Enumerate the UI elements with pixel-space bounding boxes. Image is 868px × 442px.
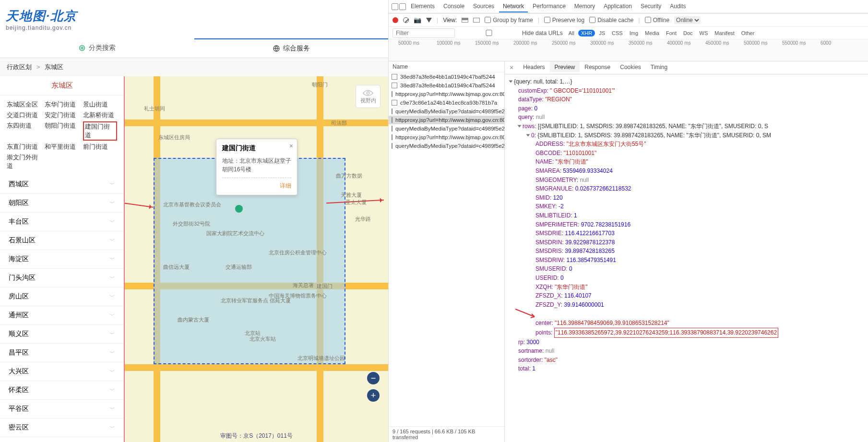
camera-icon[interactable]: 📷 (414, 16, 421, 24)
preserve-log-label: Preserve log (552, 17, 584, 24)
chevron-down-icon: ﹀ (109, 180, 115, 189)
filter-pill-manifest[interactable]: Manifest (712, 30, 737, 36)
request-row[interactable]: queryMediaByMediaType?dataid=c4989f5e2fe… (389, 142, 504, 150)
devtools-tab-sources[interactable]: Sources (469, 1, 498, 12)
filter-pill-css[interactable]: CSS (609, 30, 626, 36)
request-row[interactable]: c9e73c86e1a24b14b1ec8ca93b781b7a (389, 98, 504, 107)
request-row[interactable]: 38ed87a3fe8e4bb1a01949c47baf5244 (389, 81, 504, 90)
filter-pill-img[interactable]: Img (627, 30, 641, 36)
name-column-header[interactable]: Name (389, 61, 504, 72)
map-canvas[interactable]: × 建国门街道 地址：北京市东城区赵堂子胡同16号楼 详细 视野内 − + 审图… (125, 76, 388, 442)
preview-tab-cookies[interactable]: Cookies (615, 61, 645, 74)
district-item[interactable]: 昌平区﹀ (0, 344, 124, 362)
clear-icon[interactable] (403, 17, 409, 23)
street-item[interactable]: 景山街道 (83, 100, 117, 109)
map-marker[interactable] (235, 205, 243, 213)
throttle-select[interactable]: Online (674, 16, 701, 24)
district-item[interactable]: 房山区﹀ (0, 287, 124, 306)
waterfall-overview[interactable]: 50000 ms100000 ms150000 ms200000 ms25000… (389, 39, 868, 61)
logo-title: 天地图·北京 (6, 8, 77, 24)
hide-data-urls-checkbox[interactable] (458, 30, 520, 36)
street-item[interactable]: 交道口街道 (7, 111, 41, 119)
street-item[interactable]: 朝阳门街道 (45, 121, 79, 141)
filter-pill-all[interactable]: All (566, 30, 577, 36)
inspect-icon[interactable] (392, 3, 398, 10)
filter-pill-xhr[interactable]: XHR (578, 30, 595, 36)
chevron-down-icon: ﹀ (109, 199, 115, 207)
devtools-tab-audits[interactable]: Audits (666, 1, 690, 12)
filter-pill-font[interactable]: Font (663, 30, 679, 36)
street-item[interactable]: 和平里街道 (45, 143, 79, 151)
preview-tab-timing[interactable]: Timing (646, 61, 673, 74)
tab-search[interactable]: 分类搜索 (0, 38, 194, 58)
devtools-tab-console[interactable]: Console (440, 1, 468, 12)
request-row[interactable]: queryMediaByMediaType?dataid=c4989f5e2fe… (389, 107, 504, 116)
devtools-tab-memory[interactable]: Memory (571, 1, 599, 12)
request-row[interactable]: httpproxy.jsp?url=http://www.bjmap.gov.c… (389, 133, 504, 142)
disable-cache-checkbox[interactable] (589, 17, 595, 23)
district-item[interactable]: 怀柔区﹀ (0, 381, 124, 400)
street-item[interactable]: 建国门街道 (83, 121, 117, 141)
addr-label: 地址： (222, 157, 239, 164)
offline-checkbox[interactable] (645, 17, 651, 23)
street-item[interactable]: 崇文门外街道 (7, 153, 41, 170)
filter-input[interactable] (392, 28, 455, 38)
devtools-tab-application[interactable]: Application (600, 1, 636, 12)
filter-pill-other[interactable]: Other (738, 30, 758, 36)
map-poi-label: 国家大剧院艺术交流中心 (206, 230, 264, 237)
streetview-toggle[interactable]: 视野内 (356, 85, 380, 108)
preview-tab-preview[interactable]: Preview (550, 61, 580, 74)
district-item[interactable]: 密云区﹀ (0, 418, 124, 437)
devtools-tab-network[interactable]: Network (499, 1, 528, 12)
district-item[interactable]: 朝阳区﹀ (0, 194, 124, 213)
district-item[interactable]: 顺义区﹀ (0, 325, 124, 344)
preview-json[interactable]: {query: null, total: 1,…}customExp: " GB… (505, 74, 868, 442)
device-icon[interactable] (399, 3, 406, 10)
street-item[interactable]: 东华门街道 (45, 100, 79, 109)
devtools-tab-security[interactable]: Security (637, 1, 665, 12)
tab-search-label: 分类搜索 (89, 44, 116, 52)
close-icon[interactable]: × (289, 142, 293, 150)
breadcrumb-root[interactable]: 行政区划 (7, 63, 32, 71)
large-rows-icon[interactable] (462, 18, 468, 23)
filter-pill-media[interactable]: Media (642, 30, 662, 36)
map-poi-label: 北京明城墙遗址公园 (297, 355, 345, 362)
district-item[interactable]: 丰台区﹀ (0, 213, 124, 231)
overview-icon[interactable] (473, 18, 480, 23)
zoom-in-button[interactable]: + (367, 389, 380, 402)
file-icon (392, 134, 392, 140)
zoom-out-button[interactable]: − (367, 372, 380, 384)
filter-pill-js[interactable]: JS (596, 30, 608, 36)
district-item[interactable]: 石景山区﹀ (0, 231, 124, 250)
close-preview-icon[interactable]: × (505, 62, 518, 73)
district-item[interactable]: 大兴区﹀ (0, 362, 124, 381)
devtools-tab-elements[interactable]: Elements (407, 1, 439, 12)
detail-link[interactable]: 详细 (280, 182, 291, 189)
devtools-tab-performance[interactable]: Performance (529, 1, 570, 12)
district-item[interactable]: 西城区﹀ (0, 175, 124, 194)
district-item[interactable]: 门头沟区﹀ (0, 269, 124, 287)
tab-services[interactable]: 综合服务 (194, 38, 389, 58)
filter-pill-doc[interactable]: Doc (680, 30, 696, 36)
breadcrumb-current[interactable]: 东城区 (45, 63, 63, 71)
record-icon[interactable] (392, 17, 398, 23)
group-by-frame-checkbox[interactable] (485, 17, 491, 23)
preview-tab-headers[interactable]: Headers (518, 61, 549, 74)
street-item[interactable]: 前门街道 (83, 143, 117, 151)
district-item[interactable]: 海淀区﹀ (0, 250, 124, 269)
street-item[interactable]: 安定门街道 (45, 111, 79, 119)
filter-icon[interactable] (426, 18, 432, 23)
street-item[interactable]: 东城区全区 (7, 100, 41, 109)
request-row[interactable]: httpproxy.jsp?url=http://www.bjmap.gov.c… (389, 116, 504, 124)
street-item[interactable]: 东直门街道 (7, 143, 41, 151)
preview-tab-response[interactable]: Response (580, 61, 615, 74)
district-item[interactable]: 通州区﹀ (0, 306, 124, 325)
street-item[interactable]: 东四街道 (7, 121, 41, 141)
filter-pill-ws[interactable]: WS (697, 30, 711, 36)
request-row[interactable]: httpproxy.jsp?url=http://www.bjmap.gov.c… (389, 90, 504, 98)
request-row[interactable]: queryMediaByMediaType?dataid=c4989f5e2fe… (389, 124, 504, 133)
street-item[interactable]: 北新桥街道 (83, 111, 117, 119)
district-item[interactable]: 平谷区﹀ (0, 400, 124, 418)
preserve-log-checkbox[interactable] (544, 17, 550, 23)
request-row[interactable]: 38ed87a3fe8e4bb1a01949c47baf5244 (389, 72, 504, 81)
